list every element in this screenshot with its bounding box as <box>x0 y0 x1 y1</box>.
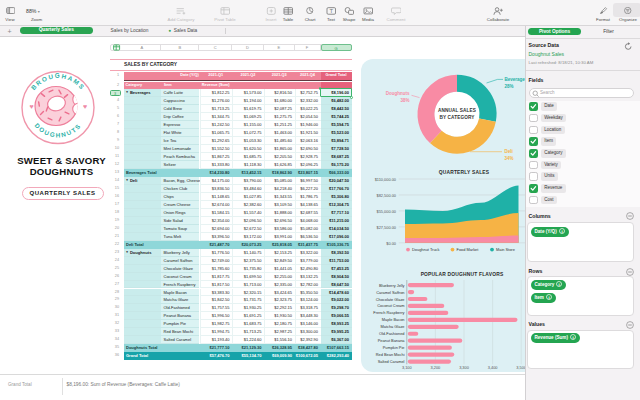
svg-text:Maple Bacon: Maple Bacon <box>382 317 405 322</box>
svg-text:$110,000.00: $110,000.00 <box>375 177 397 182</box>
svg-text:Main Store: Main Store <box>496 247 515 252</box>
svg-text:Matcha Glaze: Matcha Glaze <box>380 324 404 329</box>
svg-text:$0.00: $0.00 <box>386 241 397 246</box>
svg-text:Deli: Deli <box>505 149 513 154</box>
svg-text:3,100: 3,100 <box>402 365 413 370</box>
svg-text:28%: 28% <box>505 84 514 89</box>
svg-text:3,400: 3,400 <box>488 365 499 370</box>
svg-text:Beverages: Beverages <box>505 77 525 82</box>
svg-text:POPULAR DOUGHNUT FLAVORS: POPULAR DOUGHNUT FLAVORS <box>421 272 504 277</box>
svg-text:Caramel Saffron: Caramel Saffron <box>376 290 404 295</box>
svg-text:Doughnut Truck: Doughnut Truck <box>412 247 440 252</box>
svg-text:Peanut Banana: Peanut Banana <box>378 338 406 343</box>
svg-text:Pumpkin Pie: Pumpkin Pie <box>383 345 405 350</box>
svg-text:ANNUAL SALES: ANNUAL SALES <box>438 108 476 113</box>
svg-text:Salted Caramel: Salted Caramel <box>378 359 405 364</box>
svg-text:$55,000.00: $55,000.00 <box>377 209 397 214</box>
svg-text:3,300: 3,300 <box>459 365 470 370</box>
svg-text:T: T <box>329 8 333 14</box>
svg-text:Old-Fashioned: Old-Fashioned <box>379 331 405 336</box>
svg-text:QUARTERLY SALES: QUARTERLY SALES <box>439 170 490 175</box>
svg-text:Red Bean Mochi: Red Bean Mochi <box>376 352 405 357</box>
svg-text:3,200: 3,200 <box>431 365 442 370</box>
svg-text:BY CATEGORY: BY CATEGORY <box>440 115 476 120</box>
svg-text:Doughnuts: Doughnuts <box>386 91 410 96</box>
svg-text:Chocolate Glaze: Chocolate Glaze <box>376 297 405 302</box>
svg-text:$27,500.00: $27,500.00 <box>377 225 397 230</box>
svg-text:3,500: 3,500 <box>516 365 524 370</box>
svg-text:♥: ♥ <box>29 103 33 110</box>
svg-text:Blueberry Jelly: Blueberry Jelly <box>379 283 405 288</box>
svg-text:French Raspberry: French Raspberry <box>373 310 404 315</box>
svg-text:38%: 38% <box>400 98 409 103</box>
svg-text:Food Market: Food Market <box>457 247 480 252</box>
svg-text:Coconut Cream: Coconut Cream <box>377 303 404 308</box>
svg-text:♥: ♥ <box>83 103 87 110</box>
svg-text:$82,500.00: $82,500.00 <box>377 193 397 198</box>
svg-text:34%: 34% <box>505 156 514 161</box>
